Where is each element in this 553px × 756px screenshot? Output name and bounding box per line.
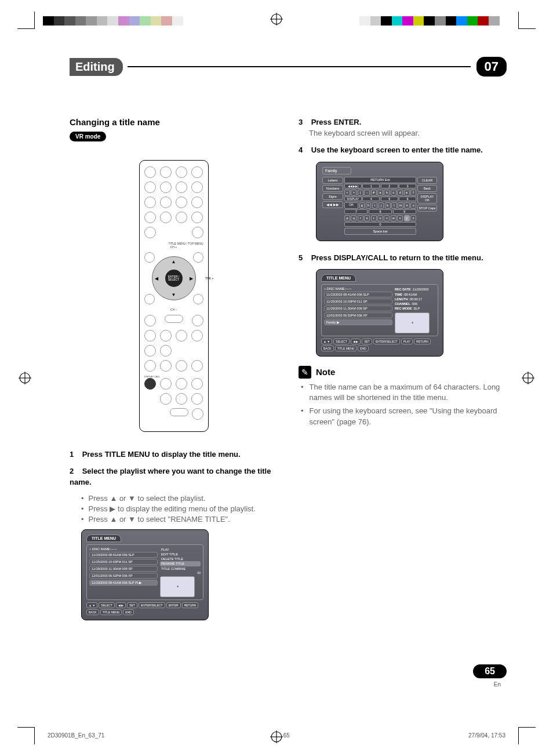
keyboard-key: q [351, 215, 356, 221]
osd-row: 11/23/2003 08:41AM 006 SLP [324, 292, 392, 297]
osd-row: 12/01/2003 06:52PM 006 XP [324, 312, 392, 318]
note-item: For using the keyboard screen, see "Usin… [301, 406, 507, 428]
page-number-pill: 65 [473, 664, 507, 678]
right-column: 3 Press ENTER. The keyboard screen will … [299, 117, 507, 628]
keyboard-key: k [385, 202, 391, 209]
svg-point-3 [20, 373, 30, 383]
keyboard-key: r [358, 215, 363, 221]
keyboard-key: c [391, 190, 396, 196]
osd-keyboard: Family LettersNumbersSigns◀◀ ▶▶ RETURN E… [316, 162, 443, 241]
keyboard-key: s [364, 215, 370, 221]
keyboard-key: p [344, 215, 350, 221]
registration-mark-right [522, 372, 534, 384]
keyboard-key: e [404, 190, 410, 196]
keyboard-key: z [410, 215, 416, 221]
osd-menu-item: RENAME TITLE [160, 561, 201, 566]
osd-menu-item: TITLE COMBINE [160, 566, 201, 571]
keyboard-key: j [379, 202, 384, 209]
svg-point-0 [271, 14, 282, 24]
keyboard-key: n [404, 202, 410, 209]
remote-ch-minus-label: CH – [144, 308, 203, 311]
note-list: The title name can be a maximum of 64 ch… [301, 382, 507, 428]
osd-menu-item: EDIT TITLE [160, 552, 201, 557]
osd-info-row: REC DATE :11/23/2003 [395, 287, 435, 292]
keyboard-key: # [371, 190, 377, 196]
svg-point-6 [523, 373, 533, 383]
osd-row: 11/23/2003 08:41AM 006 SLP PL▶ [89, 580, 158, 586]
step-3: 3 Press ENTER. The keyboard screen will … [299, 117, 507, 139]
keyboard-key: f [410, 190, 416, 196]
page-content: Editing 07 Changing a title name VR mode… [70, 57, 507, 704]
display-call-button [144, 378, 156, 390]
keyboard-key: x [397, 215, 403, 221]
keyboard-key: d [397, 190, 403, 196]
note-icon: ✎ [299, 366, 311, 379]
osd-row: 11/29/2003 11:30AM 009 SP [89, 566, 158, 572]
chapter-header: Editing 07 [70, 57, 507, 77]
keyboard-key: < [344, 190, 350, 196]
remote-diagram: TITLE MENU / TOP MENU CH + ▲▼◀▶ ENTER / … [139, 160, 209, 432]
keyboard-key: a [377, 190, 383, 196]
footer-filename: 2D30901B_En_63_71 [48, 732, 104, 739]
keyboard-title-field: Family [322, 167, 351, 175]
footer-page: 65 [283, 732, 290, 739]
keyboard-key: > [351, 190, 356, 196]
bullet-item: Press ▶ to display the editing menu of t… [81, 504, 278, 513]
step-2: 2 Select the playlist where you want to … [70, 466, 278, 488]
chapter-title-pill: Editing [70, 58, 123, 76]
keyboard-key: t [371, 215, 377, 221]
keyboard-key: m [398, 202, 403, 209]
keyboard-key: i [372, 202, 378, 209]
remote-ch-plus-label: CH + [144, 245, 203, 249]
keyboard-key: w [391, 215, 396, 221]
remote-dpad: ▲▼◀▶ ENTER / SELECT TRK + [144, 252, 203, 304]
osd-row: 11/23/2003 08:41AM 006 SLP [89, 552, 158, 558]
step-4: 4 Use the keyboard screen to enter the t… [299, 145, 507, 156]
osd-info-row: REC MODE :SLP [395, 306, 435, 311]
page-language-label: En [494, 681, 501, 688]
step-2-bullets: Press ▲ or ▼ to select the playlist.Pres… [81, 494, 278, 524]
osd-row: 12/01/2003 06:52PM 006 XP [89, 573, 158, 579]
osd-row: 11/29/2003 11:30AM 009 SP [324, 306, 392, 311]
header-rule [128, 66, 471, 67]
step-1: 1 Press TITLE MENU to display the title … [70, 449, 278, 460]
registration-mark-top [270, 13, 283, 26]
osd-row: 11/25/2003 10:03PM 011 SP [324, 299, 392, 304]
osd-info-row: CHANNEL :006 [395, 301, 435, 306]
keyboard-key: g [359, 202, 365, 209]
keyboard-key: - [364, 190, 370, 196]
osd-row: 11/25/2003 10:03PM 011 SP [89, 559, 158, 565]
keyboard-key: o [410, 202, 416, 209]
left-column: Changing a title name VR mode TITLE MENU… [70, 117, 278, 628]
osd-title-menu-1: TITLE MENU ○ DISC NAME:------ 11/23/2003… [81, 529, 209, 621]
bullet-item: Press ▲ or ▼ to select "RENAME TITLE". [81, 515, 278, 524]
note-header: ✎ Note [299, 366, 507, 379]
thumbnail-icon: ✽ [160, 576, 195, 597]
print-footer: 2D30901B_En_63_71 65 27/9/04, 17:53 [48, 732, 505, 739]
keyboard-key: l [391, 202, 397, 209]
keyboard-key: h [366, 202, 372, 209]
section-heading: Changing a title name [70, 117, 278, 127]
osd-info-row: LENGTH :00:30:17 [395, 297, 435, 301]
keyboard-key: v [384, 215, 390, 221]
note-item: The title name can be a maximum of 64 ch… [301, 382, 507, 404]
keyboard-key: b [384, 190, 390, 196]
chapter-number-pill: 07 [476, 57, 507, 77]
step-5: 5 Press DISPLAY/CALL to return to the ti… [299, 253, 507, 264]
osd-info-row: TIME :08:41AM [395, 292, 435, 297]
title-menu-button [193, 252, 203, 263]
thumbnail-icon: ✽ [395, 312, 430, 333]
bullet-item: Press ▲ or ▼ to select the playlist. [81, 494, 278, 503]
osd-menu-item: DELETE TITLE [160, 557, 201, 561]
registration-mark-left [19, 372, 31, 384]
remote-enter-button: ENTER / SELECT [165, 270, 183, 287]
keyboard-key: u [377, 215, 383, 221]
osd-row: Family ▶ [324, 319, 392, 325]
keyboard-key: ( [358, 190, 363, 196]
vr-mode-badge: VR mode [70, 132, 106, 141]
osd-title-menu-2: TITLE MENU ○ DISC NAME:------ 11/23/2003… [316, 269, 443, 356]
remote-trk-label: TRK + [205, 277, 213, 280]
footer-date: 27/9/04, 17:53 [468, 732, 505, 739]
osd-menu-item: PLAY [160, 547, 201, 552]
keyboard-key: y [404, 215, 410, 221]
